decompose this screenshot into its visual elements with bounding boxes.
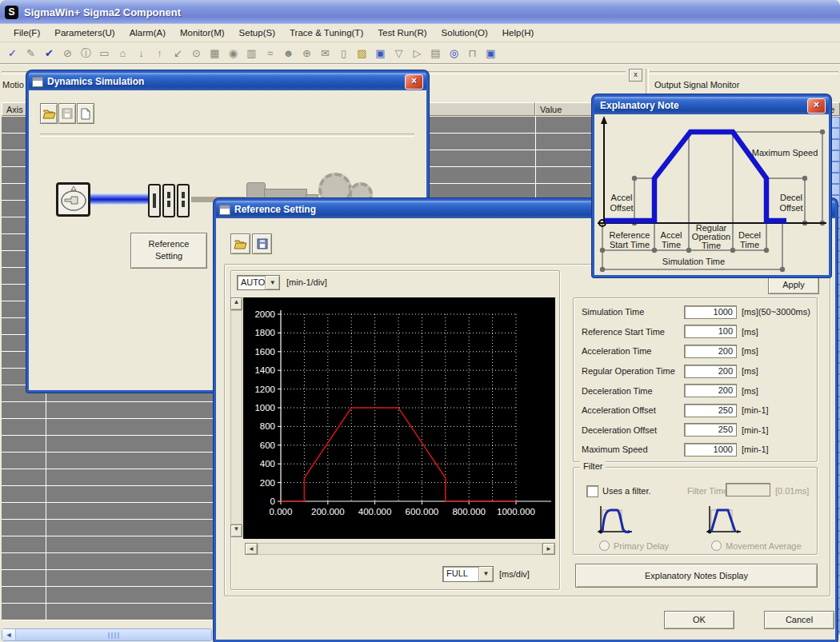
apply-button[interactable]: Apply: [768, 275, 819, 294]
param-row: Deceleration Time200[ms]: [582, 381, 817, 401]
toolbar-stand-icon[interactable]: ⊓: [465, 46, 480, 61]
param-input-acceleration-offset[interactable]: 250: [684, 404, 737, 417]
param-row: Deceleration Offset250[min-1]: [582, 421, 817, 441]
param-input-simulation-time[interactable]: 1000: [684, 305, 737, 319]
pane-close-button[interactable]: x: [629, 69, 642, 82]
toolbar-folder-open-icon[interactable]: ▨: [354, 46, 370, 61]
chart-hscroll-left[interactable]: ◄: [245, 543, 258, 555]
ok-button[interactable]: OK: [664, 611, 734, 629]
new-file-button[interactable]: [77, 103, 94, 124]
menu-trace-tuning[interactable]: Trace & Tuning(T): [282, 26, 370, 40]
window-icon: [219, 205, 230, 215]
left-pane-hscrollbar[interactable]: ◄: [2, 628, 212, 641]
cancel-button[interactable]: Cancel: [764, 611, 834, 629]
chart-vscroll-track[interactable]: [230, 310, 242, 524]
chart-hscroll-right[interactable]: ►: [542, 543, 555, 555]
rs-open-file-button[interactable]: [230, 233, 250, 254]
param-label: Acceleration Time: [582, 346, 684, 356]
vertical-scale-select[interactable]: AUTO ▼: [237, 275, 280, 290]
chart-vscroll-down[interactable]: ▼: [230, 524, 242, 537]
explanatory-window-title: Explanatory Note: [600, 100, 807, 111]
menu-test-run[interactable]: Test Run(R): [370, 26, 434, 40]
toolbar-upload-icon[interactable]: ↑: [152, 46, 167, 61]
toolbar-operator-icon[interactable]: ☻: [281, 46, 296, 61]
simulation-params-box: Simulation Time1000[ms](50~3000ms)Refere…: [573, 297, 818, 462]
toolbar-mechatrolink-icon[interactable]: ⊕: [299, 46, 314, 61]
svg-text:1600: 1600: [254, 347, 275, 357]
param-input-acceleration-time[interactable]: 200: [684, 345, 737, 358]
explanatory-notes-display-button[interactable]: Explanatory Notes Display: [575, 564, 818, 588]
open-file-button[interactable]: [40, 103, 58, 124]
toolbar-gauge-icon[interactable]: ◉: [226, 46, 241, 61]
main-window-title: SigmaWin+ Sigma2 Component: [24, 6, 181, 18]
param-input-deceleration-time[interactable]: 200: [684, 384, 737, 397]
hscroll-thumb[interactable]: [16, 629, 211, 640]
toolbar-waveform-icon[interactable]: ≈: [262, 46, 278, 61]
menu-solution[interactable]: Solution(O): [434, 26, 495, 40]
svg-text:800: 800: [260, 421, 275, 431]
param-input-regular-operation-time[interactable]: 200: [684, 365, 737, 378]
explanatory-titlebar[interactable]: Explanatory Note ×: [594, 97, 829, 114]
uses-filter-checkbox[interactable]: [586, 485, 598, 497]
toolbar-mail-icon[interactable]: ✉: [318, 46, 333, 61]
param-input-maximum-speed[interactable]: 1000: [684, 443, 737, 457]
chart-vscroll-up[interactable]: ▲: [230, 297, 242, 310]
horizontal-scale-value: FULL: [443, 567, 478, 581]
reference-setting-button[interactable]: Reference Setting: [130, 233, 207, 269]
toolbar-confirm-check-icon[interactable]: ✓: [5, 46, 20, 61]
toolbar-edit-parameters-icon[interactable]: ✎: [23, 46, 38, 61]
svg-text:200: 200: [260, 478, 275, 488]
toolbar-document-icon[interactable]: ▯: [336, 46, 351, 61]
toolbar-info-icon[interactable]: ⓘ: [78, 46, 94, 61]
toolbar-image-view-icon[interactable]: ▣: [373, 46, 388, 61]
toolbar-play-icon[interactable]: ▷: [410, 46, 425, 61]
horizontal-scale-select[interactable]: FULL ▼: [442, 566, 494, 582]
menu-monitor[interactable]: Monitor(M): [173, 26, 232, 40]
toolbar-snapshot-icon[interactable]: ▣: [483, 46, 498, 61]
primary-delay-radio[interactable]: [599, 540, 610, 551]
toolbar-apply-check-icon[interactable]: ✔: [42, 46, 57, 61]
scroll-left-arrow-icon[interactable]: ◄: [2, 629, 16, 640]
save-file-button-disabled[interactable]: [58, 103, 76, 124]
toolbar-search-zoom-icon[interactable]: ◎: [446, 46, 462, 61]
menu-help[interactable]: Help(H): [495, 26, 542, 40]
param-input-deceleration-offset[interactable]: 250: [684, 423, 737, 437]
svg-text:Decel: Decel: [780, 193, 802, 202]
menu-file[interactable]: File(F): [6, 26, 47, 40]
toolbar-bar-chart-icon[interactable]: ▥: [244, 46, 259, 61]
param-unit: [min-1]: [742, 445, 769, 454]
svg-text:Simulation Time: Simulation Time: [662, 257, 725, 266]
rs-save-file-button[interactable]: [252, 233, 272, 254]
toolbar-filter-icon[interactable]: ▽: [391, 46, 406, 61]
close-icon[interactable]: ×: [807, 98, 826, 114]
toolbar-monitor-display-icon[interactable]: ▭: [97, 46, 112, 61]
servo-motor-icon[interactable]: [56, 182, 90, 217]
chart-hscroll-track[interactable]: [258, 543, 542, 555]
dynamics-titlebar[interactable]: Dynamics Simulation ×: [29, 73, 426, 90]
movement-average-radio[interactable]: [711, 540, 722, 551]
toolbar-trace-icon[interactable]: ↙: [170, 46, 186, 61]
save-floppy-icon: [62, 108, 73, 119]
toolbar-timer-icon[interactable]: ⊙: [189, 46, 204, 61]
param-unit: [ms]: [742, 386, 758, 396]
menu-setup[interactable]: Setup(S): [232, 26, 282, 40]
chevron-down-icon[interactable]: ▼: [478, 567, 493, 581]
toolbar-grid-table-icon[interactable]: ▦: [207, 46, 222, 61]
menu-alarm[interactable]: Alarm(A): [122, 26, 173, 40]
param-input-reference-start-time[interactable]: 100: [684, 325, 737, 338]
toolbar-stop-icon[interactable]: ⊘: [60, 46, 75, 61]
shaft-blue-segment: [90, 193, 148, 205]
toolbar-report-icon[interactable]: ▤: [428, 46, 443, 61]
left-pane-title: Motio: [2, 80, 24, 90]
toolbar-download-icon[interactable]: ↓: [134, 46, 149, 61]
param-unit: [ms](50~3000ms): [742, 307, 810, 317]
toolbar-panel-home-icon[interactable]: ⌂: [115, 46, 130, 61]
reference-content: AUTO ▼ [min-1/div] ▲ ▼ 02004006008001000…: [216, 218, 835, 640]
param-label: Simulation Time: [582, 307, 684, 317]
svg-text:200.000: 200.000: [311, 507, 345, 516]
menu-parameters[interactable]: Parameters(U): [47, 26, 122, 40]
chevron-down-icon[interactable]: ▼: [265, 276, 279, 289]
filter-legend: Filter: [580, 461, 606, 471]
filter-time-input[interactable]: [726, 483, 770, 496]
close-icon[interactable]: ×: [405, 74, 423, 90]
